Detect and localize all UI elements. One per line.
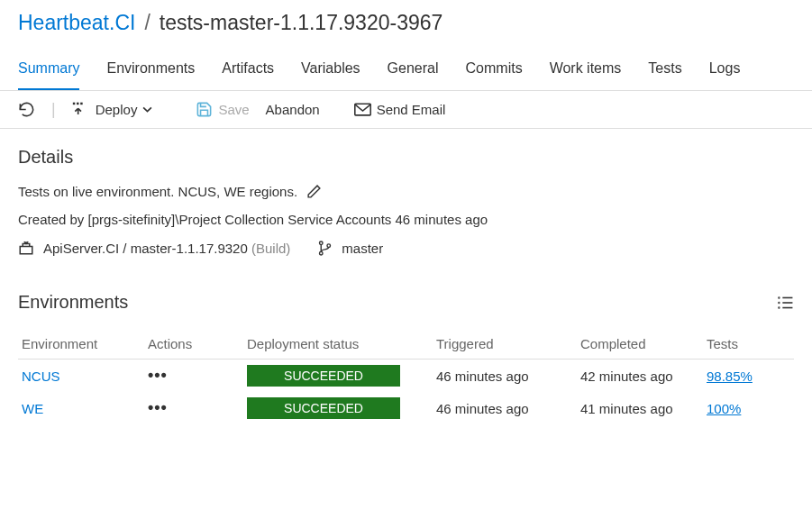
list-icon	[777, 296, 794, 310]
details-created-by: Created by [prgs-sitefinity]\Project Col…	[18, 212, 488, 227]
row-actions-button[interactable]: •••	[148, 398, 168, 416]
tab-environments[interactable]: Environments	[106, 51, 195, 90]
tab-work-items[interactable]: Work items	[550, 51, 622, 90]
environments-section: Environments Environment Actions Deploym…	[0, 265, 812, 424]
col-completed[interactable]: Completed	[577, 329, 703, 360]
status-badge: SUCCEEDED	[247, 365, 400, 387]
table-row: NCUS ••• SUCCEEDED 46 minutes ago 42 min…	[18, 360, 794, 393]
col-triggered[interactable]: Triggered	[433, 329, 577, 360]
col-actions[interactable]: Actions	[144, 329, 243, 360]
edit-description-button[interactable]	[306, 184, 322, 199]
details-description: Tests on live environment. NCUS, WE regi…	[18, 184, 297, 199]
tab-general[interactable]: General	[388, 51, 439, 90]
svg-rect-0	[73, 102, 76, 105]
col-environment[interactable]: Environment	[18, 329, 144, 360]
env-link-we[interactable]: WE	[22, 401, 43, 416]
svg-rect-2	[80, 102, 83, 105]
tests-pass-link[interactable]: 100%	[707, 401, 741, 416]
save-icon	[196, 101, 213, 118]
deploy-label: Deploy	[96, 102, 138, 117]
breadcrumb-release-name: tests-master-1.1.17.9320-3967	[160, 11, 443, 35]
save-label: Save	[218, 102, 249, 117]
svg-rect-4	[20, 247, 32, 254]
build-artifact-icon	[18, 240, 34, 256]
triggered-cell: 46 minutes ago	[433, 360, 577, 393]
environments-table: Environment Actions Deployment status Tr…	[18, 329, 794, 424]
abandon-button[interactable]: Abandon	[266, 102, 320, 117]
table-row: WE ••• SUCCEEDED 46 minutes ago 41 minut…	[18, 392, 794, 424]
abandon-label: Abandon	[266, 102, 320, 117]
svg-point-5	[320, 241, 324, 245]
env-link-ncus[interactable]: NCUS	[22, 369, 60, 384]
tab-variables[interactable]: Variables	[301, 51, 360, 90]
breadcrumb-pipeline-link[interactable]: Heartbeat.CI	[18, 11, 135, 35]
col-status[interactable]: Deployment status	[243, 329, 433, 360]
row-actions-button[interactable]: •••	[148, 366, 168, 384]
svg-point-6	[320, 251, 324, 255]
refresh-icon	[18, 101, 35, 118]
mail-icon	[354, 103, 371, 116]
svg-rect-1	[77, 102, 79, 105]
tab-artifacts[interactable]: Artifacts	[222, 51, 274, 90]
breadcrumb: Heartbeat.CI / tests-master-1.1.17.9320-…	[0, 0, 812, 51]
svg-point-7	[327, 243, 331, 247]
list-view-toggle[interactable]	[777, 296, 794, 310]
save-button: Save	[196, 101, 249, 118]
details-section: Details Tests on live environment. NCUS,…	[0, 129, 812, 265]
completed-cell: 42 minutes ago	[577, 360, 703, 393]
send-email-label: Send Email	[377, 102, 446, 117]
build-link[interactable]: ApiServer.CI / master-1.1.17.9320 (Build…	[43, 241, 290, 256]
col-tests[interactable]: Tests	[703, 329, 794, 360]
svg-rect-3	[354, 104, 370, 115]
tab-commits[interactable]: Commits	[466, 51, 523, 90]
toolbar-separator: |	[51, 100, 56, 119]
deploy-icon	[72, 102, 90, 118]
deploy-button[interactable]: Deploy	[72, 102, 153, 118]
environments-heading: Environments	[18, 292, 128, 313]
triggered-cell: 46 minutes ago	[433, 392, 577, 424]
refresh-button[interactable]	[18, 101, 35, 118]
svg-point-10	[779, 302, 780, 303]
tab-tests[interactable]: Tests	[648, 51, 681, 90]
tab-logs[interactable]: Logs	[709, 51, 741, 90]
tests-pass-link[interactable]: 98.85%	[707, 369, 753, 384]
tab-summary[interactable]: Summary	[18, 51, 79, 90]
build-type-label: (Build)	[251, 241, 290, 256]
details-heading: Details	[18, 147, 794, 168]
branch-icon	[317, 241, 333, 256]
chevron-down-icon	[142, 105, 152, 114]
svg-point-12	[779, 307, 780, 308]
completed-cell: 41 minutes ago	[577, 392, 703, 424]
pencil-icon	[306, 184, 322, 199]
send-email-button[interactable]: Send Email	[354, 102, 446, 117]
toolbar: | Deploy Save Abandon Send Email	[0, 91, 812, 129]
svg-point-8	[779, 297, 780, 298]
status-badge: SUCCEEDED	[247, 397, 400, 419]
tabs-bar: Summary Environments Artifacts Variables…	[0, 51, 812, 91]
breadcrumb-separator: /	[144, 11, 150, 35]
branch-name[interactable]: master	[342, 241, 383, 256]
